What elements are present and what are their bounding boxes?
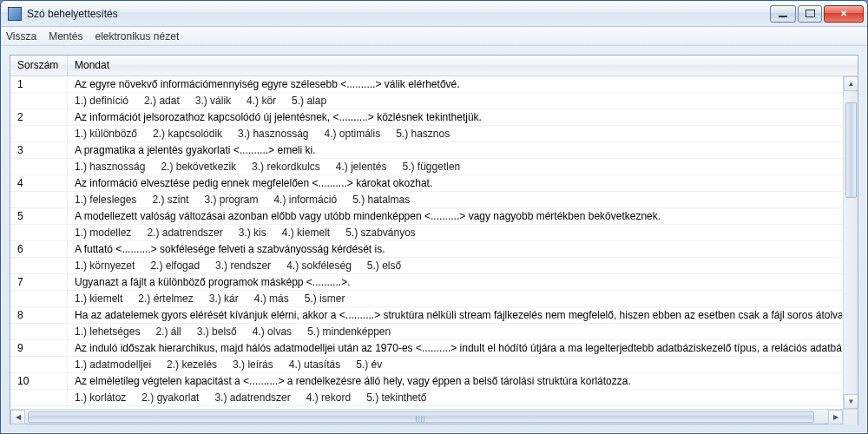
table-row[interactable]: 10Az elméletileg végtelen kapacitást a <… (10, 373, 842, 390)
scroll-up-button[interactable] (844, 76, 858, 91)
scroll-left-button[interactable] (10, 410, 25, 424)
option-item: 4.) rekord (306, 391, 351, 404)
horizontal-scrollbar[interactable] (10, 409, 858, 424)
scrollbar-corner (843, 410, 858, 424)
row-sentence: Az elméletileg végtelen kapacitást a <..… (68, 373, 842, 389)
row-number: 10 (10, 373, 68, 389)
table-row[interactable]: 7Ugyanazt a fájlt a különböző programok … (10, 274, 842, 291)
row-number: 2 (10, 109, 68, 125)
row-options: 1.) hasznosság2.) bekövetkezik3.) rekord… (68, 159, 842, 174)
option-item: 2.) értelmez (138, 293, 193, 305)
row-number-empty (10, 126, 68, 141)
option-item: 3.) válik (195, 95, 231, 107)
table-row-options[interactable]: 1.) modellez2.) adatrendszer3.) kis4.) k… (10, 225, 842, 241)
row-number: 3 (10, 142, 68, 158)
row-number: 9 (10, 340, 68, 356)
table-row-options[interactable]: 1.) felesleges2.) szint3.) program4.) in… (10, 192, 842, 208)
row-options: 1.) különböző2.) kapcsolódik3.) hasznoss… (68, 126, 842, 141)
row-sentence: Az információ elvesztése pedig ennek meg… (68, 175, 842, 191)
row-number-empty (10, 225, 68, 240)
titlebar[interactable]: Szó behelyettesítés (1, 1, 867, 27)
row-options: 1.) korlátoz2.) gyakorlat3.) adatrendsze… (68, 390, 842, 405)
table-row[interactable]: 2Az információt jelsorozathoz kapcsolódó… (10, 109, 842, 126)
option-item: 3.) leírás (233, 358, 273, 371)
row-number: 5 (10, 208, 68, 224)
table-row-options[interactable]: 1.) adatmodelljei2.) kezelés3.) leírás4.… (10, 357, 842, 373)
table-row[interactable]: 9Az induló időszak hierarchikus, majd há… (10, 340, 842, 357)
option-item: 5.) független (403, 161, 461, 173)
row-options: 1.) lehetséges2.) áll3.) belső4.) olvas5… (68, 324, 842, 339)
option-item: 4.) információ (273, 194, 337, 206)
table-row-options[interactable]: 1.) korlátoz2.) gyakorlat3.) adatrendsze… (10, 390, 842, 406)
option-item: 4.) olvas (253, 326, 292, 338)
row-number-empty (10, 291, 68, 306)
row-number-empty (10, 192, 68, 207)
scroll-right-button[interactable] (828, 410, 843, 424)
row-number: 6 (10, 241, 68, 257)
table-row[interactable]: 4Az információ elvesztése pedig ennek me… (10, 175, 842, 192)
row-number-empty (10, 159, 68, 174)
option-item: 4.) utasítás (289, 358, 340, 371)
scroll-down-button[interactable] (844, 394, 858, 409)
row-sentence: Az induló időszak hierarchikus, majd hál… (68, 340, 842, 356)
option-item: 1.) modellez (75, 227, 131, 239)
table-row[interactable]: 1Az egyre növekvő információmennyiség eg… (10, 76, 842, 93)
option-item: 3.) adatrendszer (214, 391, 290, 404)
close-button[interactable] (824, 5, 864, 23)
menu-eview[interactable]: elektronikus nézet (95, 30, 180, 43)
maximize-button[interactable] (798, 5, 822, 23)
option-item: 2.) kezelés (167, 358, 217, 371)
row-options: 1.) modellez2.) adatrendszer3.) kis4.) k… (68, 225, 842, 240)
option-item: 4.) jelentés (336, 161, 387, 173)
row-options: 1.) kiemelt2.) értelmez3.) kár4.) más5.)… (68, 291, 842, 306)
row-options: 1.) környezet2.) elfogad3.) rendszer4.) … (68, 258, 842, 273)
table-row-options[interactable]: 1.) hasznosság2.) bekövetkezik3.) rekord… (10, 159, 842, 175)
option-item: 1.) kiemelt (75, 293, 122, 305)
option-item: 3.) kis (239, 227, 266, 239)
row-options: 1.) definíció2.) adat3.) válik4.) kör5.)… (68, 93, 842, 108)
row-number: 8 (10, 307, 68, 323)
grid-header: Sorszám Mondat (10, 56, 858, 76)
option-item: 3.) program (204, 194, 258, 206)
option-item: 1.) adatmodelljei (75, 358, 151, 371)
app-icon (8, 7, 22, 21)
vertical-scrollbar[interactable] (843, 76, 858, 409)
row-options: 1.) felesleges2.) szint3.) program4.) in… (68, 192, 842, 207)
option-item: 1.) definíció (75, 95, 128, 107)
table-row[interactable]: 5A modellezett valóság változásai azonba… (10, 208, 842, 225)
option-item: 1.) hasznosság (75, 161, 145, 173)
menubar: Vissza Mentés elektronikus nézet (1, 27, 867, 46)
table-row-options[interactable]: 1.) lehetséges2.) áll3.) belső4.) olvas5… (10, 324, 842, 340)
option-item: 1.) lehetséges (75, 326, 140, 338)
grid-rows: 1Az egyre növekvő információmennyiség eg… (10, 76, 842, 409)
option-item: 2.) adatrendszer (147, 227, 222, 239)
row-sentence: Az egyre növekvő információmennyiség egy… (68, 76, 842, 92)
scroll-grip-icon (416, 416, 426, 423)
option-item: 3.) kár (209, 293, 239, 305)
table-row[interactable]: 3A pragmatika a jelentés gyakorlati <...… (10, 142, 842, 159)
table-row-options[interactable]: 1.) különböző2.) kapcsolódik3.) hasznoss… (10, 126, 842, 142)
minimize-button[interactable] (770, 5, 796, 23)
table-row-options[interactable]: 1.) kiemelt2.) értelmez3.) kár4.) más5.)… (10, 291, 842, 307)
option-item: 5.) szabványos (345, 227, 416, 239)
menu-save[interactable]: Mentés (49, 30, 82, 43)
row-sentence: A modellezett valóság változásai azonban… (68, 208, 842, 224)
option-item: 5.) hasznos (396, 128, 450, 140)
grid-body: 1Az egyre növekvő információmennyiség eg… (10, 76, 858, 409)
column-header-number[interactable]: Sorszám (10, 56, 68, 76)
option-item: 2.) adat (144, 95, 180, 107)
table-row-options[interactable]: 1.) környezet2.) elfogad3.) rendszer4.) … (10, 258, 842, 274)
window-buttons (770, 5, 864, 23)
table-row[interactable]: 6A futtató <..........> sokfélesége felv… (10, 241, 842, 258)
column-header-sentence[interactable]: Mondat (68, 56, 858, 76)
option-item: 3.) rekordkulcs (252, 161, 320, 173)
menu-back[interactable]: Vissza (6, 30, 36, 43)
option-item: 5.) ismer (305, 293, 345, 305)
horizontal-scroll-thumb[interactable] (28, 411, 814, 423)
table-row-options[interactable]: 1.) definíció2.) adat3.) válik4.) kör5.)… (10, 93, 842, 109)
vertical-scroll-thumb[interactable] (845, 102, 857, 198)
option-item: 5.) tekinthető (366, 391, 426, 404)
row-number: 4 (10, 175, 68, 191)
window-title: Szó behelyettesítés (27, 8, 770, 20)
table-row[interactable]: 8Ha az adatelemek gyors elérését kívánju… (10, 307, 842, 324)
